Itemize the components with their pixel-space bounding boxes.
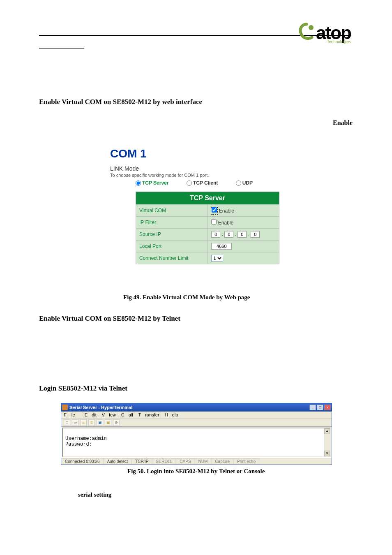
fig50-caption: Fig 50. Login into SE8502-M12 by Telnet … — [127, 468, 265, 475]
source-ip-octet-2[interactable] — [238, 231, 247, 238]
open-icon[interactable]: ▱ — [72, 419, 78, 426]
conn-limit-select[interactable]: 1 — [211, 255, 223, 261]
table-row: Virtual COM Enable — [136, 205, 279, 217]
radio-udp[interactable]: UDP — [236, 180, 253, 186]
window-titlebar: Serial Server - HyperTerminal _ □ × — [61, 403, 332, 412]
status-detect: Auto detect — [104, 458, 132, 465]
local-port-input[interactable] — [211, 243, 232, 250]
minimize-button[interactable]: _ — [309, 405, 316, 410]
scroll-up-icon[interactable]: ▲ — [324, 428, 330, 434]
scroll-down-icon[interactable]: ▼ — [324, 451, 330, 456]
section-enable-web: Enable Virtual COM on SE8502-M12 by web … — [39, 98, 202, 106]
conn-limit-label: Connect Number Limit — [136, 252, 208, 264]
status-num: NUM — [195, 458, 212, 465]
app-icon — [62, 405, 68, 410]
status-echo: Print echo — [233, 458, 259, 465]
radio-tcp-client-input[interactable] — [187, 180, 192, 186]
menu-help[interactable]: Help — [165, 412, 178, 417]
table-row: IP Filter Enable — [136, 217, 279, 229]
terminal-line-2: Password: — [65, 442, 327, 447]
tcp-server-header: TCP Server — [136, 192, 279, 205]
menu-call[interactable]: Call — [121, 412, 133, 417]
com1-heading: COM 1 — [107, 145, 283, 160]
status-proto: TCP/IP — [131, 458, 152, 465]
menu-file[interactable]: File — [64, 412, 79, 417]
radio-tcp-server-input[interactable] — [136, 180, 141, 186]
virtual-com-enable-text: Enable — [219, 208, 234, 214]
status-bar: Connected 0:00:26 Auto detect TCP/IP SCR… — [61, 458, 332, 465]
hyperterminal-window: Serial Server - HyperTerminal _ □ × File… — [61, 403, 332, 465]
scrollbar[interactable]: ▲ ▼ — [324, 428, 330, 456]
radio-udp-label: UDP — [242, 180, 253, 186]
link-mode-radios: TCP Server TCP Client UDP — [107, 178, 283, 192]
status-capture: Capture — [211, 458, 233, 465]
menu-edit[interactable]: Edit — [85, 412, 97, 417]
maximize-button[interactable]: □ — [317, 405, 323, 410]
radio-tcp-client-label: TCP Client — [193, 180, 218, 186]
radio-tcp-server[interactable]: TCP Server — [136, 180, 168, 186]
svg-point-0 — [309, 25, 314, 30]
status-caps: CAPS — [176, 458, 194, 465]
link-mode-label: LINK Mode — [107, 160, 283, 172]
source-ip-octet-3[interactable] — [251, 231, 260, 238]
status-scroll: SCROLL — [152, 458, 176, 465]
phone-icon[interactable]: ☏ — [80, 419, 87, 426]
send-icon[interactable]: ▣ — [97, 419, 103, 426]
tcp-server-table: TCP Server Virtual COM Enable IP Filter … — [136, 192, 279, 264]
link-mode-desc: To choose specific working mode for COM … — [107, 172, 283, 178]
radio-tcp-client[interactable]: TCP Client — [187, 180, 218, 186]
ip-filter-enable-text: Enable — [218, 220, 233, 226]
properties-icon[interactable]: ⚙ — [113, 419, 120, 426]
section-enable-telnet: Enable Virtual COM on SE8502-M12 by Teln… — [39, 314, 180, 323]
terminal-line-1: Username:admin — [65, 436, 327, 442]
logo-swirl-icon — [297, 23, 316, 43]
ip-filter-label: IP Filter — [136, 217, 208, 229]
menu-view[interactable]: View — [102, 412, 116, 417]
source-ip-octet-1[interactable] — [224, 231, 233, 238]
ip-filter-checkbox[interactable] — [211, 219, 217, 224]
close-button[interactable]: × — [324, 405, 331, 410]
terminal-body[interactable]: Username:admin Password: ▲ ▼ — [62, 428, 331, 457]
source-ip-label: Source IP — [136, 229, 208, 240]
local-port-label: Local Port — [136, 240, 208, 252]
window-title: Serial Server - HyperTerminal — [69, 405, 132, 410]
serial-setting-label: serial setting — [78, 491, 111, 498]
logo: atop Technologies — [297, 23, 351, 43]
toolbar: □ ▱ ☏ ✆ ▣ ▣ ⚙ — [61, 419, 332, 427]
hangup-icon[interactable]: ✆ — [88, 419, 95, 426]
receive-icon[interactable]: ▣ — [105, 419, 111, 426]
virtual-com-checkbox[interactable] — [212, 207, 217, 213]
virtual-com-label: Virtual COM — [136, 205, 208, 217]
radio-udp-input[interactable] — [236, 180, 241, 186]
logo-subtext: Technologies — [327, 39, 351, 44]
enable-label-right: Enable — [333, 119, 353, 127]
fig49-panel: COM 1 LINK Mode To choose specific worki… — [107, 145, 283, 264]
menu-bar: File Edit View Call Transfer Help — [61, 412, 332, 419]
fig49-caption: Fig 49. Enable Virtual COM Mode by Web p… — [123, 294, 250, 301]
source-ip-octet-0[interactable] — [211, 231, 220, 238]
table-row: Connect Number Limit 1 — [136, 252, 279, 264]
menu-transfer[interactable]: Transfer — [138, 412, 159, 417]
new-doc-icon[interactable]: □ — [64, 419, 70, 426]
status-connected: Connected 0:00:26 — [61, 458, 104, 465]
radio-tcp-server-label: TCP Server — [142, 180, 168, 186]
table-row: Source IP . . . — [136, 229, 279, 240]
section-login-telnet: Login SE8502-M12 via Telnet — [39, 384, 127, 393]
table-row: Local Port — [136, 240, 279, 252]
